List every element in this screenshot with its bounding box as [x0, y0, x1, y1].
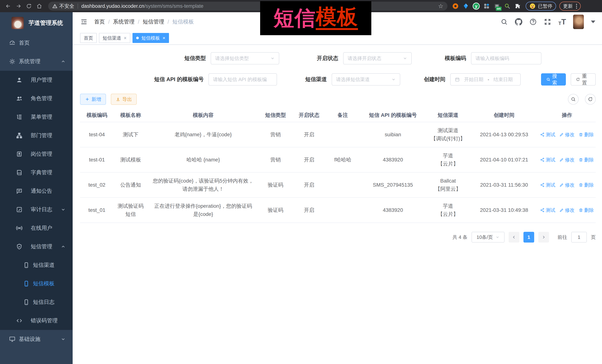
sidebar-item-audit-log[interactable]: 审计日志 — [0, 200, 73, 219]
prev-page-button[interactable] — [509, 232, 519, 242]
reset-button[interactable]: 重置 — [571, 73, 596, 85]
sidebar-item-online-users[interactable]: 在线用户 — [0, 219, 73, 237]
sidebar-item-menu-mgmt[interactable]: 菜单管理 — [0, 108, 73, 126]
browser-home-button[interactable] — [34, 1, 44, 11]
github-icon — [515, 18, 522, 26]
sidebar-item-system-mgmt[interactable]: 系统管理 — [0, 52, 73, 71]
status-select[interactable]: 请选择开启状态 — [343, 52, 412, 64]
extension-grid-icon[interactable] — [483, 2, 490, 10]
edit-link[interactable]: 修改 — [559, 206, 575, 214]
book-icon — [15, 169, 23, 176]
sidebar-item-dict-mgmt[interactable]: 字典管理 — [0, 163, 73, 182]
search-icon — [571, 97, 576, 102]
question-circle-icon — [529, 18, 537, 26]
fullscreen-icon — [544, 18, 551, 26]
browser-menu-icon[interactable] — [575, 4, 577, 9]
sidebar-item-sms-mgmt[interactable]: 短信管理 — [0, 237, 73, 256]
sidebar-item-sms-template[interactable]: 短信模板 — [0, 274, 73, 293]
end-date-placeholder: 结束日期 — [492, 76, 514, 83]
font-size-button[interactable]: TT — [558, 18, 566, 26]
tab-sms-channel[interactable]: 短信渠道 × — [99, 33, 130, 43]
extension-blue-kite-icon[interactable] — [462, 2, 470, 10]
browser-update-button[interactable]: 更新 — [559, 2, 581, 10]
extension-list-icon[interactable]: on — [493, 2, 501, 10]
security-label: 不安全 — [59, 3, 74, 10]
sidebar-item-home[interactable]: 首页 — [0, 34, 73, 52]
tab-sms-template[interactable]: 短信模板 × — [132, 33, 169, 43]
browser-reload-button[interactable] — [24, 1, 34, 11]
extension-magnifier-icon[interactable] — [504, 2, 511, 10]
sidebar-item-notice[interactable]: 通知公告 — [0, 182, 73, 200]
share-icon — [540, 183, 545, 187]
header-search-button[interactable] — [500, 18, 508, 26]
test-link[interactable]: 测试 — [540, 206, 555, 214]
test-link[interactable]: 测试 — [540, 131, 555, 139]
api-template-id-input[interactable]: 请输入短信 API 的模板编 — [208, 73, 277, 85]
avatar-caret-icon[interactable] — [591, 21, 595, 23]
app-logo-row[interactable]: 芋道管理系统 — [0, 12, 73, 34]
help-button[interactable] — [529, 18, 537, 26]
browser-back-button[interactable] — [3, 1, 13, 11]
sidebar-item-dept-mgmt[interactable]: 部门管理 — [0, 126, 73, 145]
breadcrumb-home[interactable]: 首页 — [94, 18, 105, 26]
breadcrumb-sms-mgmt[interactable]: 短信管理 — [143, 18, 164, 26]
search-button[interactable]: 搜索 — [541, 73, 566, 85]
annotation-text-1: 短信 — [273, 8, 316, 29]
sidebar-item-post-mgmt[interactable]: 岗位管理 — [0, 145, 73, 163]
delete-link[interactable]: 删除 — [579, 181, 594, 189]
test-link[interactable]: 测试 — [540, 156, 555, 164]
toggle-search-button[interactable] — [568, 94, 579, 104]
phone-icon — [22, 280, 30, 287]
sidebar-item-error-code-mgmt[interactable]: 错误码管理 — [0, 312, 73, 330]
code-icon — [15, 317, 23, 324]
breadcrumb-system-mgmt[interactable]: 系统管理 — [113, 18, 135, 26]
sidebar-menu: 首页 系统管理 用户管理 角色管理 菜单管理 部门管理 — [0, 34, 73, 348]
address-bar[interactable]: 不安全 dashboard.yudao.iocoder.cn /system/s… — [48, 2, 448, 10]
share-icon — [540, 208, 545, 212]
sms-channel-select[interactable]: 请选择短信渠道 — [332, 73, 400, 85]
calendar-icon — [455, 77, 460, 82]
page-number-1[interactable]: 1 — [523, 232, 534, 242]
sidebar-item-user-mgmt[interactable]: 用户管理 — [0, 71, 73, 89]
sidebar-item-role-mgmt[interactable]: 角色管理 — [0, 89, 73, 108]
export-button[interactable]: 导出 — [111, 94, 137, 105]
date-range-picker[interactable]: 开始日期 - 结束日期 — [450, 73, 521, 85]
extensions-puzzle-icon[interactable] — [514, 2, 522, 10]
edit-icon — [559, 157, 564, 162]
page-size-select[interactable]: 10条/页 — [472, 232, 505, 242]
test-link[interactable]: 测试 — [540, 181, 555, 189]
delete-link[interactable]: 删除 — [579, 156, 594, 164]
close-icon[interactable]: × — [162, 35, 165, 41]
sms-type-select[interactable]: 请选择短信类型 — [211, 52, 279, 64]
edit-link[interactable]: 修改 — [559, 131, 575, 139]
template-code-input[interactable]: 请输入模板编码 — [471, 52, 541, 64]
header-actions: TT — [500, 15, 595, 29]
extension-green-y-icon[interactable]: y — [472, 2, 480, 10]
github-link[interactable] — [515, 18, 522, 26]
sidebar-item-infrastructure[interactable]: 基础设施 — [0, 330, 73, 348]
next-page-button[interactable] — [538, 232, 549, 242]
tree-list-icon — [15, 114, 23, 120]
close-icon[interactable]: × — [124, 35, 127, 41]
chevron-down-icon — [61, 337, 65, 342]
extension-orange-ring-icon[interactable] — [452, 2, 459, 10]
browser-forward-button[interactable] — [13, 1, 24, 11]
active-tab-dot — [136, 37, 139, 39]
fullscreen-button[interactable] — [544, 18, 551, 26]
edit-link[interactable]: 修改 — [559, 181, 575, 189]
refresh-table-button[interactable] — [585, 94, 596, 104]
sidebar-item-sms-channel[interactable]: 短信渠道 — [0, 256, 73, 274]
add-button[interactable]: 新增 — [80, 94, 106, 105]
profile-paused-button[interactable]: 已暂停 — [526, 2, 556, 10]
column-header: 短信类型 — [259, 111, 292, 119]
tab-home[interactable]: 首页 — [80, 33, 97, 43]
user-avatar[interactable] — [573, 15, 584, 29]
delete-link[interactable]: 删除 — [579, 206, 594, 214]
sidebar-item-sms-log[interactable]: 短信日志 — [0, 293, 73, 312]
edit-link[interactable]: 修改 — [559, 156, 575, 164]
bookmark-star-icon[interactable]: ☆ — [438, 3, 443, 10]
goto-page-input[interactable]: 1 — [571, 232, 587, 242]
sidebar-collapse-button[interactable] — [80, 18, 88, 26]
delete-link[interactable]: 删除 — [579, 131, 594, 139]
extension-on-badge: on — [496, 7, 502, 11]
